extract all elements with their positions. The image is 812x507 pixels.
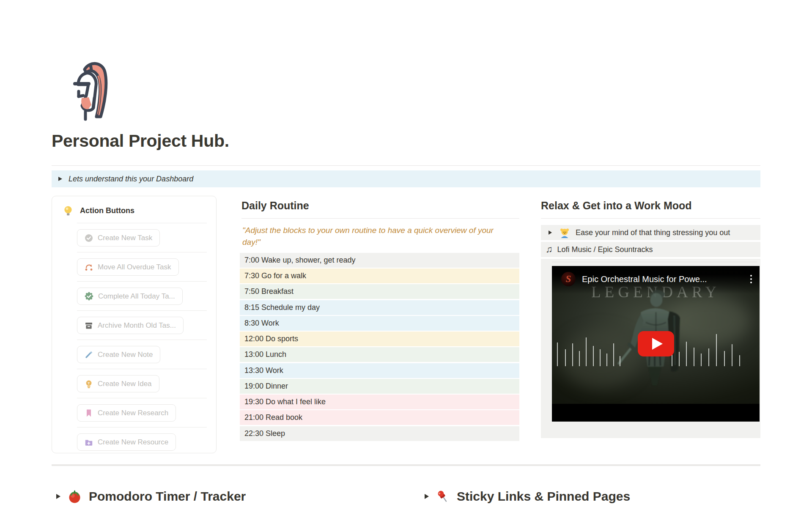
move-arrow-icon (85, 263, 93, 271)
pomodoro-toggle-label: Pomodoro Timer / Tracker (89, 489, 246, 504)
create-new-task-button[interactable]: Create New Task (77, 229, 160, 247)
audio-visualizer-bar (600, 349, 601, 366)
routine-item[interactable]: 13:00 Lunch (240, 347, 519, 362)
pomodoro-toggle[interactable]: Pomodoro Timer / Tracker (56, 486, 246, 507)
relax-section-title: Relax & Get into a Work Mood (541, 200, 692, 212)
toggle-arrow-icon[interactable] (58, 177, 62, 181)
lightbulb-emoji-icon (63, 205, 74, 217)
routine-item[interactable]: 8:30 Work (240, 316, 519, 331)
audio-visualizer-bar (565, 349, 566, 366)
move-overdue-task-button[interactable]: Move All Overdue Task (77, 258, 179, 276)
video-menu-icon[interactable] (749, 273, 754, 285)
section-divider (52, 464, 760, 466)
divider (241, 218, 519, 219)
archive-old-tasks-button[interactable]: Archive Month Old Tas... (77, 317, 184, 334)
audio-visualizer-bar (593, 346, 594, 366)
button-label: Archive Month Old Tas... (98, 321, 176, 330)
button-label: Move All Overdue Task (98, 263, 171, 271)
audio-visualizer-bar (708, 348, 709, 366)
create-new-resource-button[interactable]: Create New Resource (77, 433, 176, 451)
spartan-helmet-icon (70, 58, 115, 123)
routine-item[interactable]: 12:00 Do sports (240, 332, 519, 346)
complete-today-tasks-button[interactable]: Complete All Today Ta... (77, 288, 183, 305)
action-panel-title: Action Buttons (80, 206, 134, 215)
create-new-note-button[interactable]: Create New Note (77, 346, 160, 363)
routine-item[interactable]: 8:15 Schedule my day (240, 300, 519, 315)
audio-visualizer-bar (701, 354, 702, 366)
ease-mind-toggle[interactable]: Ease your mind of that thing stressing y… (541, 225, 760, 240)
routine-item[interactable]: 19:30 Do what I feel like (240, 395, 519, 409)
button-label: Create New Note (98, 351, 153, 359)
youtube-video-embed[interactable]: LEGENDARY (552, 266, 760, 422)
audio-visualizer-bar (694, 348, 694, 366)
action-panel-header: Action Buttons (63, 205, 216, 217)
daily-routine-title: Daily Routine (241, 200, 309, 212)
title-divider (52, 165, 760, 166)
audio-visualizer-bar (724, 351, 725, 366)
audio-visualizer-bar (686, 342, 687, 366)
button-label: Create New Resource (98, 438, 168, 447)
lofi-music-label: Lofi Music / Epic Sountracks (557, 245, 653, 254)
routine-item[interactable]: 13:30 Work (240, 363, 519, 378)
divider (552, 262, 757, 262)
youtube-play-button[interactable] (638, 331, 674, 356)
create-new-research-button[interactable]: Create New Research (77, 404, 176, 422)
routine-item[interactable]: 7:00 Wake up, shower, get ready (240, 253, 519, 268)
svg-text:T: T (88, 381, 90, 385)
music-note-icon: ♫ (546, 244, 553, 255)
toggle-arrow-icon[interactable] (56, 494, 60, 499)
audio-visualizer-bar (557, 343, 558, 366)
routine-item[interactable]: 19:00 Dinner (240, 379, 519, 394)
page-title: Personal Project Hub. (52, 131, 229, 151)
video-title[interactable]: Epic Orchestral Music for Powe... (582, 274, 744, 284)
action-buttons-panel: Action Buttons Create New Task Move All … (52, 196, 217, 453)
check-circle-icon (85, 234, 93, 242)
button-label: Create New Research (98, 409, 168, 417)
audio-visualizer-bar (613, 343, 614, 366)
divider (541, 218, 760, 219)
audio-visualizer-bar (679, 352, 680, 366)
routine-item[interactable]: 7:30 Go for a walk (240, 269, 519, 283)
archive-box-icon (85, 321, 93, 330)
routine-item[interactable]: 22:30 Sleep (240, 426, 519, 441)
ease-mind-label: Ease your mind of that thing stressing y… (576, 228, 730, 237)
tomato-emoji-icon (68, 490, 82, 504)
button-label: Complete All Today Ta... (98, 292, 175, 301)
lofi-music-item[interactable]: ♫ Lofi Music / Epic Sountracks (541, 242, 760, 257)
toggle-arrow-icon[interactable] (549, 230, 552, 235)
audio-visualizer-bar (716, 334, 717, 366)
audio-visualizer-bar (572, 343, 573, 366)
audio-visualizer-bar (739, 355, 740, 366)
routine-quote: "Adjust the blocks to your own routine t… (242, 225, 505, 248)
dashboard-help-label: Lets understand this your Dashboard (69, 175, 193, 184)
audio-visualizer-bar (732, 344, 732, 366)
audio-visualizer-bar (586, 337, 587, 366)
folder-plus-icon (85, 438, 93, 447)
video-header: S Epic Orchestral Music for Powe... (561, 272, 754, 286)
video-embed-card: LEGENDARY (541, 259, 760, 438)
button-label: Create New Idea (98, 380, 152, 388)
badge-check-icon (85, 292, 93, 301)
audio-visualizer-bar (620, 356, 620, 366)
audio-visualizer-bar (606, 354, 607, 366)
idea-lightbulb-icon: T (85, 380, 93, 388)
create-new-idea-button[interactable]: T Create New Idea (77, 375, 159, 392)
pushpin-emoji-icon (436, 490, 450, 503)
routine-item[interactable]: 21:00 Read book (240, 410, 519, 425)
video-letterbox-bar (552, 404, 760, 422)
page-icon-spartan-helmet[interactable] (70, 58, 115, 125)
pencil-icon (85, 351, 93, 359)
audio-visualizer-bar (579, 351, 580, 366)
sticky-links-toggle-label: Sticky Links & Pinned Pages (457, 489, 630, 504)
dashboard-help-toggle[interactable]: Lets understand this your Dashboard (52, 170, 760, 187)
button-label: Create New Task (98, 234, 152, 242)
bookmark-icon (85, 409, 93, 417)
sticky-links-toggle[interactable]: Sticky Links & Pinned Pages (425, 486, 630, 507)
channel-avatar[interactable]: S (561, 272, 576, 286)
person-massage-emoji-icon (559, 227, 570, 238)
routine-item[interactable]: 7:50 Breakfast (240, 284, 519, 299)
toggle-arrow-icon[interactable] (425, 494, 429, 499)
